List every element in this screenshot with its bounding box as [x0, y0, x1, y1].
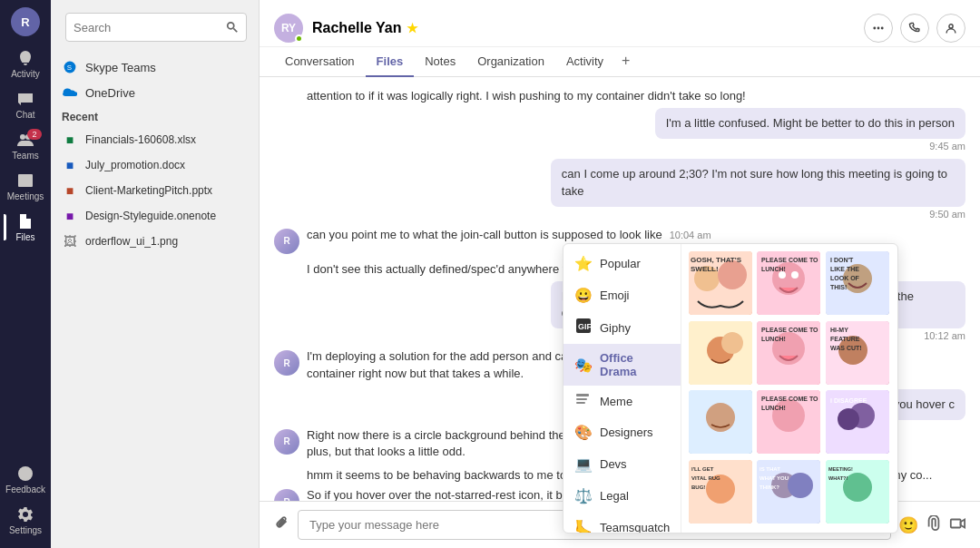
svg-rect-14: [951, 520, 961, 528]
emoji-input-icon[interactable]: 🙂: [898, 515, 918, 535]
tab-add-button[interactable]: +: [614, 47, 637, 76]
tab-conversation[interactable]: Conversation: [274, 47, 366, 77]
file-item-2[interactable]: ■ Client-MarketingPitch.pptx: [51, 178, 259, 203]
attachment-input-icon[interactable]: [926, 515, 942, 534]
svg-text:IS THAT: IS THAT: [760, 466, 780, 472]
svg-point-58: [838, 408, 859, 430]
category-office-drama[interactable]: 🎭 Office Drama: [564, 344, 681, 386]
sticker-3[interactable]: [689, 321, 752, 385]
sticker-popup: ⭐ Popular 😀 Emoji GIF Giphy 🎭 Office Dra…: [563, 243, 898, 533]
svg-text:WHAT YOU: WHAT YOU: [760, 475, 789, 481]
xlsx-icon: ■: [62, 132, 78, 148]
contact-avatar: RY: [274, 14, 303, 43]
sidebar-item-feedback[interactable]: Feedback: [4, 459, 47, 500]
svg-rect-2: [18, 174, 33, 187]
category-legal[interactable]: ⚖️ Legal: [564, 480, 681, 512]
category-popular[interactable]: ⭐ Popular: [564, 248, 681, 279]
sticker-1[interactable]: PLEASE COME TO LUNCH!: [757, 251, 820, 315]
search-input[interactable]: [74, 21, 226, 34]
tab-organization[interactable]: Organization: [466, 47, 555, 77]
office-drama-icon: 🎭: [574, 357, 593, 374]
svg-text:SWELL!: SWELL!: [691, 265, 719, 273]
svg-point-4: [228, 23, 234, 29]
more-options-button[interactable]: [864, 14, 893, 43]
file-item-3[interactable]: ■ Design-Styleguide.onenote: [51, 203, 259, 229]
svg-text:LIKE THE: LIKE THE: [830, 266, 859, 272]
sidebar-item-teams[interactable]: 2 Teams: [4, 125, 47, 166]
devs-icon: 💻: [574, 455, 593, 473]
tab-files[interactable]: Files: [366, 47, 415, 77]
skype-teams-label: Skype Teams: [85, 61, 156, 74]
table-row: attention to if it was logically right. …: [274, 88, 965, 104]
file-name-4: orderflow_ui_1.png: [85, 235, 178, 248]
sticker-category-menu: ⭐ Popular 😀 Emoji GIF Giphy 🎭 Office Dra…: [564, 244, 681, 533]
sidebar-item-files[interactable]: Files: [4, 207, 47, 248]
category-devs-label: Devs: [600, 457, 627, 471]
svg-text:HI-MY: HI-MY: [830, 327, 848, 333]
category-devs[interactable]: 💻 Devs: [564, 448, 681, 480]
attach-icon[interactable]: [274, 515, 290, 534]
sticker-9[interactable]: I'LL GET VITAL RUG BUG!: [689, 460, 752, 524]
table-row: I'm a little confused. Might be better t…: [274, 108, 965, 152]
recent-section-title: Recent: [51, 105, 259, 127]
sidebar-item-activity[interactable]: Activity: [4, 44, 47, 84]
panel-onedrive[interactable]: OneDrive: [51, 80, 259, 105]
sticker-11[interactable]: MEETING! WHAT?!: [826, 460, 889, 524]
category-giphy-label: Giphy: [600, 321, 631, 335]
chat-header: RY Rachelle Yan ★: [260, 0, 980, 47]
popular-icon: ⭐: [574, 255, 593, 272]
category-meme[interactable]: Meme: [564, 386, 681, 416]
tab-notes[interactable]: Notes: [414, 47, 466, 77]
message-time: 9:45 am: [929, 141, 965, 152]
table-row: can I come up around 2;30? I'm not sure …: [274, 159, 965, 219]
designers-icon: 🎨: [574, 424, 593, 441]
tab-activity[interactable]: Activity: [555, 47, 614, 77]
sticker-grid: GOSH, THAT'S SWELL! PLEASE COME TO LUNCH…: [681, 244, 897, 533]
category-teamsquatch[interactable]: 🦶 Teamsquatch: [564, 512, 681, 533]
category-designers[interactable]: 🎨 Designers: [564, 416, 681, 448]
svg-text:THINK?: THINK?: [760, 484, 779, 490]
sticker-2[interactable]: I DON'T LIKE THE LOOK OF THIS!: [826, 251, 889, 315]
favorite-star-icon[interactable]: ★: [407, 21, 418, 35]
onenote-icon: ■: [62, 208, 78, 224]
sticker-10[interactable]: IS THAT WHAT YOU THINK?: [757, 460, 820, 524]
message-text: attention to if it was logically right. …: [307, 88, 965, 104]
file-item-1[interactable]: ■ July_promotion.docx: [51, 152, 259, 178]
search-bar[interactable]: [65, 13, 247, 42]
search-icon: [226, 21, 239, 34]
contact-name: Rachelle Yan: [312, 20, 401, 36]
sticker-4[interactable]: PLEASE COME TO LUNCH!: [757, 321, 820, 385]
sender-avatar: R: [274, 489, 299, 501]
sticker-0[interactable]: GOSH, THAT'S SWELL!: [689, 251, 752, 315]
panel-skype-teams[interactable]: S Skype Teams: [51, 54, 259, 80]
sticker-8[interactable]: I DISAGREE: [826, 390, 889, 454]
second-panel: S Skype Teams OneDrive Recent ■ Financia…: [51, 0, 260, 548]
svg-text:MEETING!: MEETING!: [828, 466, 853, 472]
sticker-7[interactable]: PLEASE COME TO LUNCH!: [757, 390, 820, 454]
message-time: 10:04 am: [670, 230, 711, 240]
video-input-icon[interactable]: [949, 515, 965, 534]
category-meme-label: Meme: [600, 395, 632, 408]
svg-point-10: [873, 26, 876, 29]
svg-text:LUNCH!: LUNCH!: [761, 336, 786, 342]
svg-text:I DON'T: I DON'T: [830, 257, 854, 263]
svg-text:LOOK OF: LOOK OF: [830, 275, 860, 281]
svg-text:VITAL RUG: VITAL RUG: [691, 475, 720, 481]
sticker-6[interactable]: [689, 390, 752, 454]
file-item-4[interactable]: 🖼 orderflow_ui_1.png: [51, 229, 259, 254]
sidebar-item-meetings[interactable]: Meetings: [4, 166, 47, 207]
svg-text:LUNCH!: LUNCH!: [761, 266, 786, 272]
sidebar-item-settings[interactable]: Settings: [4, 500, 47, 541]
call-button[interactable]: [900, 14, 929, 43]
sidebar-item-chat[interactable]: Chat: [4, 84, 47, 125]
profile-button[interactable]: [936, 14, 965, 43]
avatar[interactable]: R: [11, 7, 40, 36]
svg-point-67: [788, 473, 813, 498]
sticker-5[interactable]: HI-MY FEATURE WAS CUT!: [826, 321, 889, 385]
sender-avatar: R: [274, 229, 299, 254]
file-item-0[interactable]: ■ Financials-160608.xlsx: [51, 127, 259, 152]
file-name-1: July_promotion.docx: [85, 159, 185, 171]
category-emoji[interactable]: 😀 Emoji: [564, 279, 681, 311]
category-giphy[interactable]: GIF Giphy: [564, 311, 681, 344]
svg-point-28: [779, 271, 786, 279]
